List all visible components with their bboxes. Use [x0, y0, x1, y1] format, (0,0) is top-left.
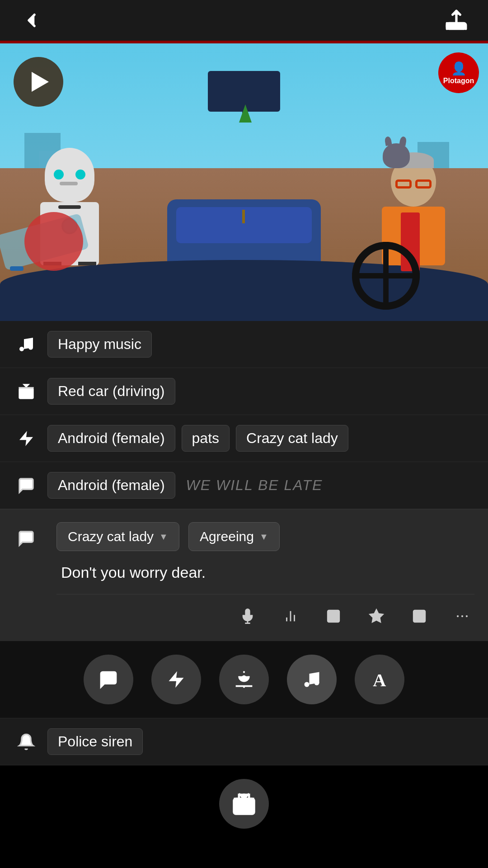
play-button[interactable] — [14, 57, 63, 107]
svg-point-15 — [416, 613, 418, 614]
svg-point-12 — [330, 613, 332, 614]
svg-point-1 — [19, 347, 24, 351]
action-tag-1: Android (female) — [47, 425, 175, 452]
dialogue-tools — [56, 594, 474, 628]
play-triangle-icon — [32, 72, 49, 92]
svg-point-18 — [465, 615, 467, 617]
scene-row[interactable]: Red car (driving) — [0, 368, 488, 415]
plotagon-text: Plotagon — [443, 77, 474, 85]
action-tag-3: Crazy cat lady — [236, 425, 348, 452]
character-dropdown[interactable]: Crazy cat lady ▼ — [56, 522, 179, 551]
music-tag: Happy music — [47, 331, 152, 358]
info-section: Happy music Red car (driving) Android (f… — [0, 321, 488, 641]
dialogue-text[interactable]: Don't you worry dear. — [56, 564, 474, 581]
emotion-dropdown-label: Agreeing — [200, 529, 254, 544]
svg-rect-3 — [19, 387, 33, 399]
share-button[interactable] — [443, 7, 470, 34]
chat-icon-2 — [14, 526, 38, 551]
svg-marker-19 — [169, 671, 184, 688]
svg-rect-23 — [234, 799, 254, 814]
bell-icon — [14, 729, 38, 754]
svg-point-20 — [305, 682, 310, 687]
character-dropdown-label: Crazy cat lady — [68, 529, 154, 544]
text-toolbar-btn[interactable]: A — [355, 655, 404, 704]
dialogue-dropdowns: Crazy cat lady ▼ Agreeing ▼ — [56, 522, 474, 551]
sound-row[interactable]: Police siren — [0, 718, 488, 765]
music-row[interactable]: Happy music — [0, 321, 488, 368]
svg-point-21 — [314, 680, 319, 685]
top-bar — [0, 0, 488, 41]
action-tag-2: pats — [182, 425, 230, 452]
svg-point-17 — [461, 615, 463, 617]
back-button[interactable] — [18, 7, 45, 34]
chat-toolbar-btn[interactable] — [84, 655, 133, 704]
plotagon-logo: 👤 Plotagon — [438, 52, 479, 93]
sparkle-tool[interactable] — [364, 604, 389, 628]
svg-marker-5 — [19, 431, 33, 446]
emotion-dropdown[interactable]: Agreeing ▼ — [188, 522, 280, 551]
svg-text:A: A — [373, 670, 386, 689]
dialogue1-text: WE WILL BE LATE — [186, 477, 323, 494]
dialogue1-character: Android (female) — [47, 472, 175, 499]
more-tool[interactable] — [450, 604, 474, 628]
image-tool[interactable] — [321, 604, 346, 628]
sound-toolbar-btn[interactable] — [219, 655, 269, 704]
chat-icon-1 — [14, 473, 38, 498]
clapperboard-icon — [14, 379, 38, 404]
video-area: 👤 Plotagon — [0, 41, 488, 321]
chart-tool[interactable] — [278, 604, 303, 628]
bottom-bar — [0, 765, 488, 842]
sound-tag: Police siren — [47, 728, 143, 755]
svg-marker-13 — [370, 609, 382, 622]
dialogue1-row[interactable]: Android (female) WE WILL BE LATE — [0, 462, 488, 509]
microphone-tool[interactable] — [235, 604, 260, 628]
bottom-toolbar: A — [0, 641, 488, 718]
landscape-tool[interactable] — [407, 604, 432, 628]
svg-point-16 — [456, 615, 458, 617]
emotion-dropdown-arrow: ▼ — [259, 532, 268, 542]
action-toolbar-btn[interactable] — [151, 655, 201, 704]
character-dropdown-arrow: ▼ — [159, 532, 168, 542]
clapperboard-bottom-btn[interactable] — [219, 779, 269, 829]
music-toolbar-btn[interactable] — [287, 655, 337, 704]
dialogue-box: Crazy cat lady ▼ Agreeing ▼ Don't you wo… — [0, 509, 488, 641]
svg-point-2 — [28, 345, 33, 349]
action-row[interactable]: Android (female) pats Crazy cat lady — [0, 415, 488, 462]
scene-tag: Red car (driving) — [47, 378, 175, 405]
music-icon — [14, 332, 38, 357]
lightning-icon — [14, 426, 38, 451]
